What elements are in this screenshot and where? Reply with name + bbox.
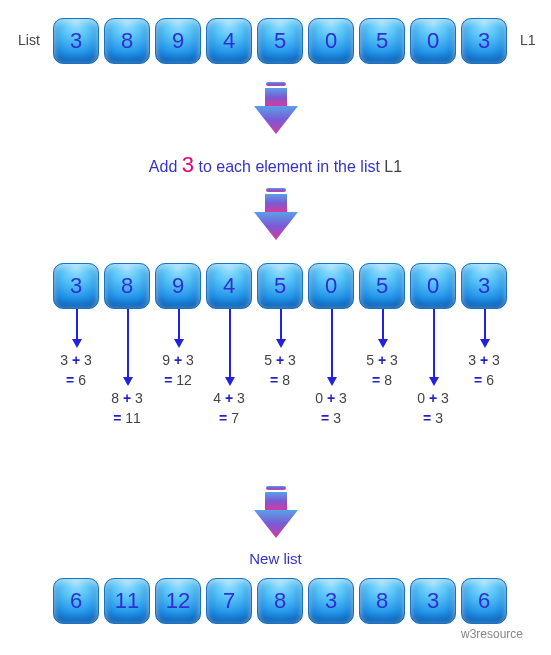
list-cell: 3 <box>53 263 99 309</box>
list-cell: 5 <box>257 18 303 64</box>
list-cell: 0 <box>308 263 354 309</box>
arrow-down-icon <box>246 82 306 132</box>
caption-mid: to each element in the list <box>194 158 384 175</box>
list-cell: 8 <box>104 263 150 309</box>
svg-marker-15 <box>276 339 286 348</box>
expression-text: 8 + 3= 11 <box>97 389 157 428</box>
list-cell: 0 <box>308 18 354 64</box>
svg-rect-3 <box>266 188 286 192</box>
list-cell: 9 <box>155 263 201 309</box>
svg-rect-4 <box>265 194 287 212</box>
expression-text: 4 + 3= 7 <box>199 389 259 428</box>
svg-marker-23 <box>480 339 490 348</box>
expression-text: 5 + 3= 8 <box>250 351 310 390</box>
expression-area: 3 + 3= 68 + 3= 119 + 3= 124 + 3= 75 + 3=… <box>0 332 551 502</box>
svg-rect-24 <box>266 486 286 490</box>
expression-text: 3 + 3= 6 <box>454 351 514 390</box>
svg-marker-2 <box>254 106 298 134</box>
list-cell: 12 <box>155 578 201 624</box>
list-cell: 5 <box>257 263 303 309</box>
label-new-list: New list <box>0 550 551 567</box>
list-cell: 0 <box>410 263 456 309</box>
list-cell: 8 <box>104 18 150 64</box>
svg-rect-25 <box>265 492 287 510</box>
label-l1: L1 <box>520 32 536 48</box>
list-cell: 4 <box>206 18 252 64</box>
caption-accent: 3 <box>182 152 194 177</box>
list-cell: 7 <box>206 578 252 624</box>
expression-text: 9 + 3= 12 <box>148 351 208 390</box>
svg-marker-13 <box>225 377 235 386</box>
footer-credit: w3resource <box>461 627 523 641</box>
expression-text: 3 + 3= 6 <box>46 351 106 390</box>
arrow-down-icon <box>246 188 306 238</box>
arrow-down-icon <box>246 486 306 536</box>
list-row-input: 389450503 <box>53 18 507 64</box>
list-cell: 5 <box>359 18 405 64</box>
list-cell: 8 <box>257 578 303 624</box>
list-cell: 3 <box>410 578 456 624</box>
svg-rect-0 <box>266 82 286 86</box>
svg-rect-1 <box>265 88 287 106</box>
expression-text: 0 + 3= 3 <box>301 389 361 428</box>
label-list: List <box>18 32 40 48</box>
list-cell: 4 <box>206 263 252 309</box>
svg-marker-9 <box>123 377 133 386</box>
svg-marker-5 <box>254 212 298 240</box>
expression-text: 5 + 3= 8 <box>352 351 412 390</box>
list-cell: 3 <box>308 578 354 624</box>
svg-marker-7 <box>72 339 82 348</box>
svg-marker-11 <box>174 339 184 348</box>
list-row-middle: 389450503 <box>53 263 507 309</box>
caption-suffix: L1 <box>384 158 402 175</box>
list-cell: 3 <box>461 263 507 309</box>
list-cell: 11 <box>104 578 150 624</box>
list-cell: 6 <box>461 578 507 624</box>
list-cell: 3 <box>53 18 99 64</box>
svg-marker-21 <box>429 377 439 386</box>
list-cell: 3 <box>461 18 507 64</box>
list-cell: 0 <box>410 18 456 64</box>
list-cell: 9 <box>155 18 201 64</box>
caption-add: Add 3 to each element in the list L1 <box>0 152 551 178</box>
svg-marker-17 <box>327 377 337 386</box>
list-row-result: 61112783836 <box>53 578 507 624</box>
svg-marker-19 <box>378 339 388 348</box>
svg-marker-26 <box>254 510 298 538</box>
expression-text: 0 + 3= 3 <box>403 389 463 428</box>
list-cell: 8 <box>359 578 405 624</box>
diagram-canvas: List L1 389450503 Add 3 to each element … <box>0 0 551 655</box>
caption-prefix: Add <box>149 158 182 175</box>
list-cell: 5 <box>359 263 405 309</box>
list-cell: 6 <box>53 578 99 624</box>
